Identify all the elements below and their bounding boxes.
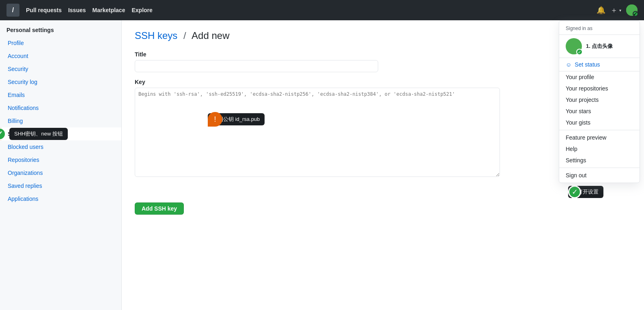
topnav-issues[interactable]: Issues (68, 7, 86, 13)
page-title: SSH keys / Add new (135, 30, 631, 41)
sidebar-item-emails[interactable]: Emails (0, 88, 121, 101)
github-logo[interactable]: / (6, 4, 19, 17)
avatar-check-icon: ✓ (633, 11, 638, 17)
dropdown-username: 1. 点击头像 (586, 43, 613, 50)
key-label: Key (135, 79, 631, 85)
user-dropdown-menu: Signed in as ✓ 1. 点击头像 ☺ Set status Your… (559, 20, 640, 183)
sidebar-item-ssh-gpg-keys[interactable]: SSH and GPG keys ✓ SHH密钥、new 按钮 (0, 127, 121, 140)
ssh-keys-breadcrumb[interactable]: SSH keys (135, 30, 177, 41)
dropdown-avatar: ✓ (566, 38, 582, 54)
topnav-links: Pull requests Issues Marketplace Explore (26, 7, 153, 13)
sidebar: Personal settings Profile Account Securi… (0, 20, 122, 310)
sidebar-item-account[interactable]: Account (0, 50, 121, 62)
page-layout: Personal settings Profile Account Securi… (0, 20, 644, 310)
set-status-button[interactable]: ☺ Set status (559, 58, 640, 71)
dropdown-divider-2 (559, 168, 640, 168)
set-status-label: Set status (575, 61, 600, 68)
dropdown-avatar-check: ✓ (576, 49, 583, 55)
sidebar-item-billing[interactable]: Billing (0, 114, 121, 127)
title-input[interactable] (135, 60, 378, 72)
dropdown-settings[interactable]: Settings (559, 155, 640, 166)
sidebar-item-applications[interactable]: Applications (0, 192, 121, 205)
user-avatar-button[interactable]: ✓ (626, 4, 638, 16)
topnav-right: 🔔 ＋ ▾ ✓ (597, 4, 638, 16)
topnav-marketplace[interactable]: Marketplace (93, 7, 125, 13)
dropdown-your-profile[interactable]: Your profile (559, 71, 640, 83)
topnav-explore[interactable]: Explore (131, 7, 152, 13)
sidebar-item-security-log[interactable]: Security log (0, 75, 121, 88)
new-item-button[interactable]: ＋ ▾ (610, 5, 621, 15)
sidebar-item-notifications[interactable]: Notifications (0, 101, 121, 114)
submit-area: Add SSH key (135, 202, 631, 215)
dropdown-caret-icon: ▾ (619, 8, 621, 13)
key-form-group: Key ! 复制公钥 id_rsa.pub 2.打开设置 ✓ (135, 79, 631, 178)
dropdown-divider-1 (559, 130, 640, 130)
notification-bell-button[interactable]: 🔔 (597, 6, 605, 15)
sidebar-item-repositories[interactable]: Repositories (0, 153, 121, 166)
sidebar-item-saved-replies[interactable]: Saved replies (0, 179, 121, 192)
dropdown-signed-in-label: Signed in as (559, 22, 640, 35)
topnav: / Pull requests Issues Marketplace Explo… (0, 0, 644, 20)
dropdown-user-info: ✓ 1. 点击头像 (559, 35, 640, 58)
plus-icon: ＋ (610, 5, 618, 15)
page-title-rest: Add new (192, 30, 229, 41)
dropdown-help[interactable]: Help (559, 143, 640, 155)
dropdown-your-stars[interactable]: Your stars (559, 105, 640, 117)
textarea-wrapper: ! 复制公钥 id_rsa.pub 2.打开设置 ✓ (135, 88, 500, 178)
breadcrumb-separator: / (183, 30, 186, 41)
smiley-icon: ☺ (566, 61, 571, 68)
title-form-group: Title (135, 51, 631, 72)
sidebar-item-blocked-users[interactable]: Blocked users (0, 140, 121, 153)
add-ssh-key-button[interactable]: Add SSH key (135, 202, 184, 215)
sidebar-item-organizations[interactable]: Organizations (0, 166, 121, 179)
bell-icon: 🔔 (597, 6, 605, 15)
sidebar-item-profile[interactable]: Profile (0, 37, 121, 50)
settings-tooltip: 2.打开设置 (568, 186, 603, 198)
dropdown-your-gists[interactable]: Your gists (559, 117, 640, 128)
dropdown-your-repositories[interactable]: Your repositories (559, 83, 640, 94)
topnav-pull-requests[interactable]: Pull requests (26, 7, 62, 13)
settings-check-annotation: ✓ (568, 185, 581, 198)
dropdown-feature-preview[interactable]: Feature preview (559, 132, 640, 143)
dropdown-sign-out[interactable]: Sign out (559, 170, 640, 181)
sidebar-header: Personal settings (0, 20, 121, 37)
ssh-check-annotation: ✓ (0, 127, 6, 140)
dropdown-your-projects[interactable]: Your projects (559, 94, 640, 105)
title-label: Title (135, 51, 631, 58)
sidebar-item-security[interactable]: Security (0, 62, 121, 75)
key-textarea[interactable] (135, 88, 500, 177)
